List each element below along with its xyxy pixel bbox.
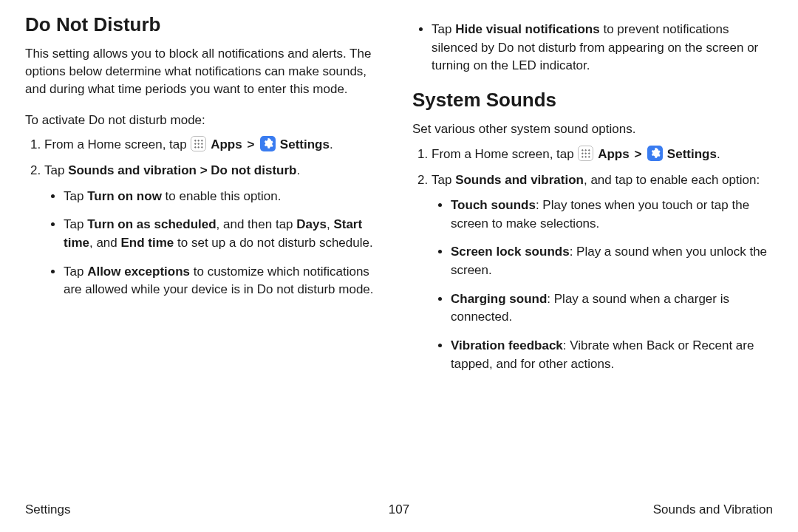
dnd-sub-2: Tap Turn on as scheduled, and then tap D… <box>64 216 386 252</box>
step-text: Tap <box>44 163 68 177</box>
sub-bold: Turn on as scheduled <box>87 217 216 231</box>
step-text: , and tap to enable each option: <box>584 173 760 187</box>
dnd-sub-list-cont: Tap Hide visual notifications to prevent… <box>412 21 773 75</box>
footer-left: Settings <box>25 502 274 517</box>
sub-bold: Screen lock sounds <box>451 245 570 259</box>
left-column: Do Not Disturb This setting allows you t… <box>25 13 386 495</box>
sub-bold: Allow exceptions <box>87 265 190 279</box>
sub-text: , and then tap <box>216 217 297 231</box>
dnd-lead: To activate Do not disturb mode: <box>25 112 386 129</box>
sub-bold: Charging sound <box>451 292 547 306</box>
dnd-intro: This setting allows you to block all not… <box>25 45 386 98</box>
system-sounds-intro: Set various other system sound options. <box>412 120 773 138</box>
apps-icon <box>578 146 593 161</box>
settings-label: Settings <box>280 137 330 151</box>
right-column: Tap Hide visual notifications to prevent… <box>412 13 773 495</box>
sys-sub-4: Vibration feedback: Vibrate when Back or… <box>451 337 773 373</box>
sys-sub-2: Screen lock sounds: Play a sound when yo… <box>451 243 773 279</box>
sub-bold: Touch sounds <box>451 198 536 212</box>
sub-text: Tap <box>64 265 87 279</box>
dnd-sub-3: Tap Allow exceptions to customize which … <box>64 263 386 299</box>
sub-bold: Turn on now <box>87 189 162 203</box>
step-bold: Sounds and vibration <box>455 173 584 187</box>
sub-bold: Hide visual notifications <box>455 22 600 36</box>
sub-text: Tap <box>64 217 87 231</box>
step-bold: Sounds and vibration > Do not disturb <box>68 163 296 177</box>
sub-text: , <box>327 217 333 231</box>
sub-text: to set up a do not disturb schedule. <box>174 236 372 250</box>
dnd-step-2: Tap Sounds and vibration > Do not distur… <box>44 162 386 299</box>
dnd-step-1: From a Home screen, tap Apps > Settings. <box>44 136 386 154</box>
chevron-icon: > <box>245 136 256 154</box>
sub-text: , and <box>89 236 121 250</box>
page-footer: Settings 107 Sounds and Vibration <box>25 495 773 517</box>
settings-icon <box>647 146 663 161</box>
step-period: . <box>330 137 333 151</box>
sys-steps: From a Home screen, tap Apps > Settings.… <box>412 146 773 373</box>
step-period: . <box>717 147 720 161</box>
footer-page-number: 107 <box>274 502 523 517</box>
dnd-title: Do Not Disturb <box>25 13 386 36</box>
step-text: From a Home screen, tap <box>432 147 577 161</box>
apps-label: Apps <box>598 147 630 161</box>
dnd-sub-1: Tap Turn on now to enable this option. <box>64 188 386 206</box>
dnd-sub-list: Tap Turn on now to enable this option. T… <box>44 188 386 299</box>
dnd-sub-4: Tap Hide visual notifications to prevent… <box>432 21 773 75</box>
sys-sub-1: Touch sounds: Play tones when you touch … <box>451 197 773 233</box>
sub-bold: End time <box>121 236 174 250</box>
sys-sub-list: Touch sounds: Play tones when you touch … <box>432 197 773 373</box>
dnd-steps: From a Home screen, tap Apps > Settings.… <box>25 136 386 299</box>
sys-step-1: From a Home screen, tap Apps > Settings. <box>432 146 773 164</box>
step-period: . <box>296 163 300 177</box>
sub-bold: Days <box>296 217 327 231</box>
sys-step-2: Tap Sounds and vibration, and tap to ena… <box>432 171 773 374</box>
system-sounds-title: System Sounds <box>412 89 773 112</box>
sys-sub-3: Charging sound: Play a sound when a char… <box>451 290 773 327</box>
apps-label: Apps <box>211 137 242 151</box>
sub-text: to enable this option. <box>162 189 282 203</box>
sub-text: Tap <box>432 22 455 36</box>
settings-icon <box>260 136 276 151</box>
step-text: From a Home screen, tap <box>44 137 190 151</box>
footer-right: Sounds and Vibration <box>524 502 773 517</box>
settings-label: Settings <box>667 147 717 161</box>
apps-icon <box>191 136 206 151</box>
sub-bold: Vibration feedback <box>451 338 563 352</box>
chevron-icon: > <box>632 146 643 164</box>
step-text: Tap <box>432 173 455 187</box>
sub-text: Tap <box>64 189 87 203</box>
